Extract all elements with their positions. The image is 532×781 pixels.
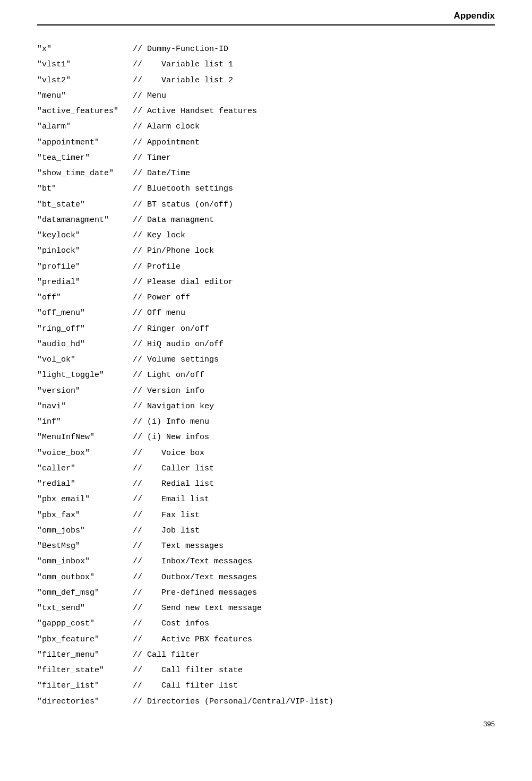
code-key: "redial" [37,476,133,492]
code-row: "voice_box"// Voice box [37,445,495,461]
code-row: "appointment"// Appointment [37,135,495,150]
code-key: "vlst1" [37,57,133,72]
code-row: "vlst2"// Variable list 2 [37,73,495,88]
code-row: "x"// Dummy-Function-ID [37,41,495,57]
code-key: "pbx_fax" [37,508,133,523]
code-key: "filter_list" [37,678,133,693]
code-comment: // Fax list [133,511,200,520]
code-row: "version"// Version info [37,383,495,399]
code-key: "directories" [37,694,133,709]
code-key: "version" [37,383,133,399]
code-row: "off_menu"// Off menu [37,305,495,321]
code-key: "filter_menu" [37,647,133,663]
code-comment: // Call filter list [133,681,238,690]
code-comment: // Active Handset features [133,107,257,116]
code-row: "txt_send"// Send new text message [37,600,495,616]
code-row: "keylock"// Key lock [37,228,495,243]
code-comment: // Date/Time [133,169,190,178]
code-key: "gappp_cost" [37,616,133,631]
code-key: "show_time_date" [37,166,133,181]
code-key: "tea_timer" [37,150,133,166]
code-row: "omm_def_msg"// Pre-defined messages [37,585,495,600]
code-row: "gappp_cost"// Cost infos [37,616,495,631]
code-comment: // Timer [133,153,171,162]
code-key: "bt" [37,181,133,196]
code-comment: // Menu [133,91,166,100]
code-comment: // Call filter state [133,666,243,675]
code-listing: "x"// Dummy-Function-ID"vlst1"// Variabl… [37,41,495,709]
code-row: "predial"// Please dial editor [37,274,495,290]
code-comment: // Pre-defined messages [133,588,257,597]
code-comment: // Email list [133,495,209,504]
code-key: "active_features" [37,104,133,119]
code-comment: // Profile [133,262,181,271]
code-key: "omm_outbox" [37,570,133,585]
code-comment: // Light on/off [133,371,204,380]
code-row: "filter_menu"// Call filter [37,647,495,663]
code-comment: // Please dial editor [133,278,233,287]
code-comment: // Power off [133,293,190,302]
code-row: "redial"// Redial list [37,476,495,492]
page-container: Appendix "x"// Dummy-Function-ID"vlst1"/… [0,0,532,739]
code-key: "omm_inbox" [37,554,133,569]
code-key: "audio_hd" [37,337,133,352]
code-row: "filter_state"// Call filter state [37,663,495,678]
code-comment: // Call filter [133,650,200,659]
code-key: "light_toggle" [37,367,133,383]
code-comment: // Appointment [133,138,200,147]
code-key: "txt_send" [37,600,133,616]
code-comment: // Alarm clock [133,122,200,131]
code-comment: // Dummy-Function-ID [133,45,228,54]
code-key: "caller" [37,461,133,476]
code-key: "vlst2" [37,73,133,88]
code-key: "predial" [37,274,133,290]
code-comment: // Caller list [133,464,214,473]
code-comment: // Variable list 1 [133,60,233,69]
code-row: "pinlock"// Pin/Phone lock [37,243,495,259]
code-row: "alarm"// Alarm clock [37,119,495,134]
code-row: "datamanagment"// Data managment [37,212,495,228]
code-row: "pbx_fax"// Fax list [37,508,495,523]
code-row: "active_features"// Active Handset featu… [37,104,495,119]
code-comment: // Volume settings [133,355,219,364]
code-comment: // (i) Info menu [133,417,209,426]
code-key: "navi" [37,399,133,414]
code-row: "caller"// Caller list [37,461,495,476]
code-key: "voice_box" [37,445,133,461]
code-comment: // Pin/Phone lock [133,246,214,255]
code-row: "omm_inbox"// Inbox/Text messages [37,554,495,569]
code-key: "omm_jobs" [37,523,133,538]
code-comment: // HiQ audio on/off [133,340,224,349]
code-comment: // Version info [133,387,204,396]
code-row: "navi"// Navigation key [37,399,495,414]
code-key: "vol_ok" [37,352,133,367]
code-comment: // Active PBX features [133,635,252,644]
code-comment: // Directories (Personal/Central/VIP-lis… [133,697,333,706]
code-row: "light_toggle"// Light on/off [37,367,495,383]
code-comment: // Cost infos [133,619,209,628]
code-comment: // Key lock [133,231,185,240]
code-comment: // Job list [133,526,200,535]
code-row: "omm_outbox"// Outbox/Text messages [37,570,495,585]
code-comment: // (i) New infos [133,433,209,442]
code-key: "pbx_email" [37,492,133,507]
code-key: "inf" [37,414,133,430]
code-key: "appointment" [37,135,133,150]
code-comment: // BT status (on/off) [133,200,233,209]
code-key: "pbx_feature" [37,632,133,647]
code-comment: // Inbox/Text messages [133,557,252,566]
code-row: "bt"// Bluetooth settings [37,181,495,196]
code-key: "omm_def_msg" [37,585,133,600]
code-key: "pinlock" [37,243,133,259]
code-key: "profile" [37,259,133,274]
code-key: "x" [37,41,133,57]
code-row: "filter_list"// Call filter list [37,678,495,693]
code-key: "off" [37,290,133,305]
code-key: "BestMsg" [37,538,133,554]
code-comment: // Bluetooth settings [133,184,233,193]
code-row: "pbx_email"// Email list [37,492,495,507]
code-row: "bt_state"// BT status (on/off) [37,197,495,212]
code-row: "pbx_feature"// Active PBX features [37,632,495,647]
code-key: "bt_state" [37,197,133,212]
code-comment: // Variable list 2 [133,76,233,85]
